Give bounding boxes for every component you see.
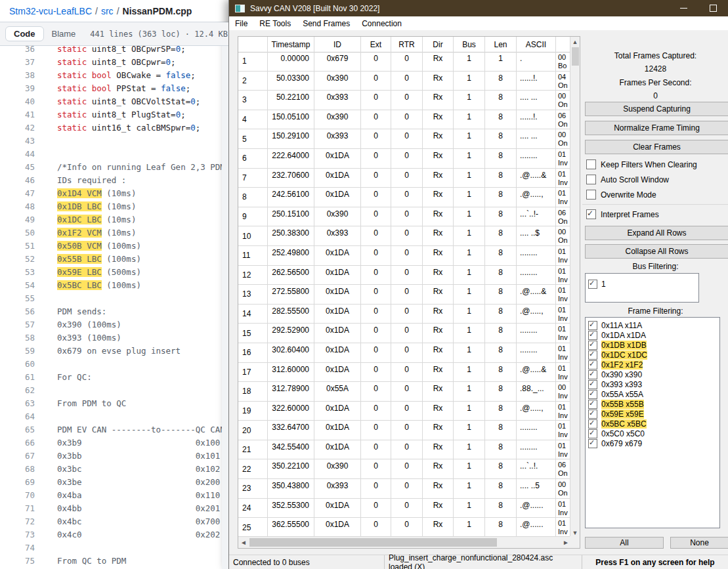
frame-row[interactable]: 22350.221000x39000Rx18...`..!.06On — [238, 459, 571, 479]
line-number[interactable]: 60 — [0, 358, 35, 371]
line-number[interactable]: 53 — [0, 266, 35, 279]
keep-filters-checkbox[interactable]: Keep Filters When Clearing — [586, 159, 697, 169]
header-dir[interactable]: Dir — [423, 37, 454, 52]
frame-row[interactable]: 250.033000x39000Rx18......!.04On — [238, 72, 571, 91]
tab-blame[interactable]: Blame — [44, 27, 84, 41]
expand-all-rows-button[interactable]: Expand All Rows — [585, 226, 728, 240]
frame-row[interactable]: 16302.604000x1DA00Rx18........01Inv — [238, 343, 571, 363]
frame-row[interactable]: 11252.498000x1DA00Rx18........01Inv — [238, 246, 571, 266]
line-number[interactable]: 50 — [0, 226, 35, 240]
frame-row[interactable]: 10.000000x67900Rx11.00Bo — [238, 52, 571, 72]
frame-filter-item[interactable]: 0x390 x390 — [586, 369, 719, 379]
line-number[interactable]: 39 — [0, 82, 35, 95]
line-number[interactable]: 51 — [0, 240, 35, 253]
normalize-frame-timing-button[interactable]: Normalize Frame Timing — [585, 121, 728, 135]
frame-filter-item[interactable]: 0x1DB x1DB — [586, 340, 719, 350]
line-number[interactable]: 67 — [0, 450, 35, 463]
breadcrumb-repo-link[interactable]: Stm32-vcu-LeafLBC — [9, 6, 92, 16]
interpret-frames-checkbox[interactable]: Interpret Frames — [586, 209, 659, 219]
frame-row[interactable]: 12262.565000x1DA00Rx18........01Inv — [238, 266, 571, 285]
frame-filter-item[interactable]: 0x393 x393 — [586, 379, 719, 389]
line-number[interactable]: 63 — [0, 397, 35, 410]
frame-row[interactable]: 14282.555000x1DA00Rx18.@.....,01Inv — [238, 305, 571, 324]
horizontal-scrollbar[interactable]: ◄ ► — [238, 536, 571, 548]
frame-row[interactable]: 350.221000x39300Rx18.... ...00On — [238, 91, 571, 110]
header-id[interactable]: ID — [314, 37, 361, 52]
line-number[interactable]: 49 — [0, 213, 35, 226]
line-number[interactable]: 66 — [0, 436, 35, 450]
header-ascii[interactable]: ASCII — [517, 37, 556, 52]
line-number[interactable]: 71 — [0, 502, 35, 515]
frame-row[interactable]: 17312.600000x1DA00Rx18.@.....&01Inv — [238, 363, 571, 383]
frame-row[interactable]: 10250.383000x39300Rx18.... ..$00On — [238, 226, 571, 246]
line-number[interactable]: 55 — [0, 292, 35, 305]
bus-filter-item[interactable]: 1 — [586, 279, 698, 289]
line-number[interactable]: 44 — [0, 148, 35, 161]
frame-filter-item[interactable]: 0x55A x55A — [586, 389, 719, 399]
frame-row[interactable]: 9250.151000x39000Rx18...`..!-06On — [238, 207, 571, 227]
tab-code[interactable]: Code — [5, 26, 44, 41]
collapse-all-rows-button[interactable]: Collapse All Rows — [585, 244, 728, 259]
titlebar[interactable]: Savvy CAN V208 [Built Nov 30 2022] — [229, 0, 728, 16]
suspend-capturing-button[interactable]: Suspend Capturing — [585, 102, 728, 116]
frame-row[interactable]: 4150.051000x39000Rx18......!.06On — [238, 110, 571, 130]
line-number[interactable]: 68 — [0, 463, 35, 476]
vertical-scrollbar[interactable]: ▲ ▼ — [570, 37, 580, 537]
frame-filter-item[interactable]: 0x59E x59E — [586, 409, 719, 419]
header-len[interactable]: Len — [485, 37, 517, 52]
frame-row[interactable]: 19322.600000x1DA00Rx18.@.....,01Inv — [238, 402, 571, 421]
select-none-filters-button[interactable]: None — [670, 537, 728, 549]
scroll-left-icon[interactable]: ◄ — [238, 537, 249, 548]
header-rtr[interactable]: RTR — [391, 37, 423, 52]
line-number[interactable]: 75 — [0, 555, 35, 568]
frame-filter-item[interactable]: 0x1DC x1DC — [586, 350, 719, 360]
browser-scrollbar[interactable] — [222, 46, 228, 569]
frame-filter-item[interactable]: 0x1DA x1DA — [586, 330, 719, 340]
select-all-filters-button[interactable]: All — [585, 537, 664, 549]
line-number[interactable]: 70 — [0, 489, 35, 502]
menu-re-tools[interactable]: RE Tools — [253, 16, 297, 30]
line-number[interactable]: 64 — [0, 410, 35, 423]
line-number[interactable]: 59 — [0, 345, 35, 358]
frame-row[interactable]: 7232.706000x1DA00Rx18.@.....&01Inv — [238, 169, 571, 188]
frame-row[interactable]: 15292.529000x1DA00Rx18........01Inv — [238, 324, 571, 343]
frame-filter-item[interactable]: 0x5C0 x5C0 — [586, 429, 719, 438]
line-number[interactable]: 46 — [0, 174, 35, 187]
frame-row[interactable]: 25362.555000x1DA00Rx18.@......01Inv — [238, 518, 571, 537]
breadcrumb-dir-link[interactable]: src — [101, 6, 114, 16]
frame-filter-item[interactable]: 0x11A x11A — [586, 320, 719, 330]
frame-filter-item[interactable]: 0x1F2 x1F2 — [586, 360, 719, 369]
frame-row[interactable]: 18312.789000x55A00Rx18.88._...00Inv — [238, 382, 571, 402]
frame-filter-item[interactable]: 0x5BC x5BC — [586, 419, 719, 429]
line-number[interactable]: 74 — [0, 541, 35, 555]
overwrite-mode-checkbox[interactable]: Overwrite Mode — [586, 190, 656, 200]
line-number[interactable]: 42 — [0, 121, 35, 135]
header-timestamp[interactable]: Timestamp — [268, 37, 314, 52]
line-number[interactable]: 40 — [0, 95, 35, 108]
line-number[interactable]: 47 — [0, 187, 35, 200]
maximize-button[interactable] — [700, 0, 726, 16]
minimize-button[interactable] — [670, 0, 696, 16]
header-ext[interactable]: Ext — [361, 37, 391, 52]
frame-row[interactable]: 21342.554000x1DA00Rx18........01Inv — [238, 440, 571, 460]
line-number[interactable]: 62 — [0, 384, 35, 397]
frame-row[interactable]: 23350.438000x39300Rx18.... ..500On — [238, 479, 571, 499]
frame-row[interactable]: 13272.558000x1DA00Rx18.@.....&01Inv — [238, 285, 571, 305]
frame-filter-item[interactable]: 0x679 x679 — [586, 438, 719, 448]
scroll-up-icon[interactable]: ▲ — [570, 37, 580, 47]
line-number[interactable]: 69 — [0, 476, 35, 489]
line-number[interactable]: 43 — [0, 135, 35, 148]
frame-row[interactable]: 5150.291000x39300Rx18.... ...00On — [238, 129, 571, 149]
auto-scroll-checkbox[interactable]: Auto Scroll Window — [586, 175, 669, 184]
line-number[interactable]: 72 — [0, 515, 35, 528]
header-bus[interactable]: Bus — [454, 37, 485, 52]
clear-frames-button[interactable]: Clear Frames — [585, 140, 728, 154]
line-number[interactable]: 56 — [0, 305, 35, 318]
frame-row[interactable]: 24352.553000x1DA00Rx18.@......01Inv — [238, 499, 571, 518]
line-number[interactable]: 52 — [0, 253, 35, 266]
frame-row[interactable]: 6222.640000x1DA00Rx18........01Inv — [238, 149, 571, 169]
frame-row[interactable]: 20332.647000x1DA00Rx18........01Inv — [238, 421, 571, 440]
vertical-scroll-thumb[interactable] — [572, 47, 579, 66]
line-number[interactable]: 65 — [0, 423, 35, 436]
line-number[interactable]: 38 — [0, 69, 35, 82]
